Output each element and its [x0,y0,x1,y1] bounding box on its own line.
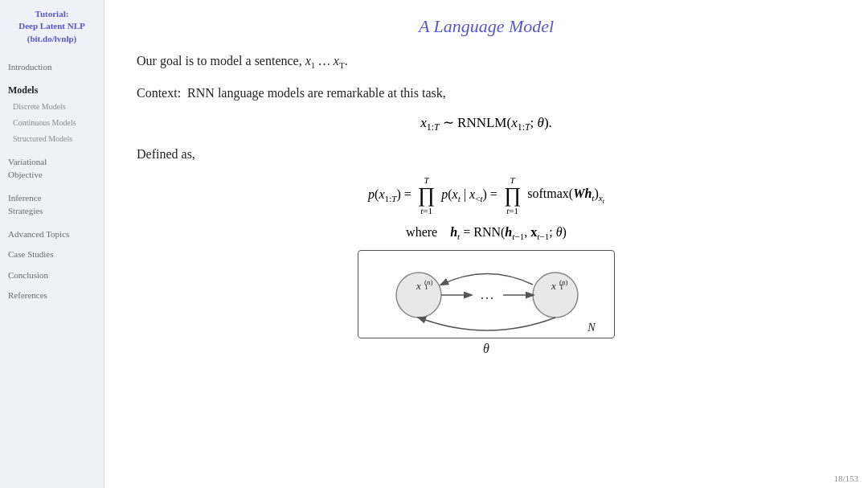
main-content: A Language Model Our goal is to model a … [104,0,868,488]
svg-text:(n): (n) [424,278,433,286]
sidebar-item-structured-models[interactable]: Structured Models [5,132,99,146]
diagram-svg: x 1 (n) x T (n) … N [358,251,616,339]
intro-sentence: Our goal is to model a sentence, x1 … xT… [137,51,836,72]
sidebar-item-discrete-models[interactable]: Discrete Models [5,100,99,114]
sidebar-item-case-studies[interactable]: Case Studies [5,247,99,262]
sidebar-item-references[interactable]: References [5,288,99,303]
svg-text:N: N [587,322,596,334]
sidebar-item-introduction[interactable]: Introduction [5,59,99,75]
diagram-box: x 1 (n) x T (n) … N [358,250,615,338]
svg-text:x: x [551,280,556,292]
sidebar-item-variational-objective[interactable]: VariationalObjective [5,154,99,182]
svg-text:x: x [416,280,421,292]
diagram-theta-label: θ [483,342,489,356]
equation-product: p(x1:T) = T ∏ t=1 p(xt | x<t) = T ∏ t=1 … [137,175,836,215]
sidebar-item-models[interactable]: Models [5,82,99,99]
svg-text:…: … [480,286,494,302]
svg-text:(n): (n) [559,278,568,286]
context-sentence: Context: RNN language models are remarka… [137,84,836,103]
sidebar-item-advanced-topics[interactable]: Advanced Topics [5,227,99,242]
math-x1-xT: x [305,54,311,68]
page-number: 18/153 [833,474,858,483]
equation-rnn: where ht = RNN(ht−1, xt−1; θ) [137,225,836,241]
sidebar-item-inference-strategies[interactable]: InferenceStrategies [5,191,99,219]
diagram: x 1 (n) x T (n) … N [137,250,836,356]
sidebar-title: Tutorial: Deep Latent NLP (bit.do/lvnlp) [5,8,99,45]
sidebar-item-continuous-models[interactable]: Continuous Models [5,116,99,130]
slide-title: A Language Model [137,16,836,37]
equation-rnnlm: x1:T ∼ RNNLM(x1:T; θ). [137,114,836,133]
defined-as-text: Defined as, [137,145,836,164]
sidebar-item-conclusion[interactable]: Conclusion [5,268,99,283]
sidebar: Tutorial: Deep Latent NLP (bit.do/lvnlp)… [0,0,104,488]
